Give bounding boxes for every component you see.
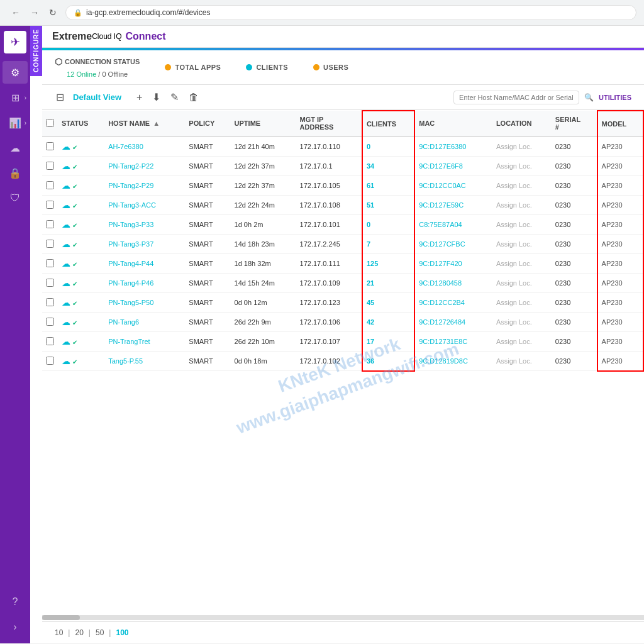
- hostname-cell[interactable]: PN-Tang3-ACC: [104, 196, 185, 215]
- download-button[interactable]: ⬇: [150, 90, 163, 104]
- row-checkbox-cell[interactable]: [42, 352, 58, 371]
- help-icon: ?: [13, 596, 18, 608]
- search-input[interactable]: [453, 91, 579, 104]
- row-checkbox[interactable]: [46, 162, 54, 170]
- row-checkbox[interactable]: [46, 337, 54, 345]
- row-checkbox[interactable]: [46, 181, 54, 189]
- row-checkbox[interactable]: [46, 240, 54, 248]
- hostname-cell[interactable]: PN-TrangTret: [104, 332, 185, 352]
- sidebar-logo[interactable]: ✈: [4, 31, 26, 53]
- row-checkbox[interactable]: [46, 220, 54, 228]
- hostname-link[interactable]: Tang5-P.55: [108, 357, 143, 365]
- back-button[interactable]: ←: [8, 6, 24, 19]
- row-checkbox-cell[interactable]: [42, 235, 58, 254]
- hostname-link[interactable]: PN-Tang2-P22: [108, 162, 153, 170]
- reload-button[interactable]: ↻: [45, 6, 60, 19]
- row-checkbox-cell[interactable]: [42, 274, 58, 293]
- filter-button[interactable]: ⊟: [55, 90, 65, 104]
- page-10[interactable]: 10: [55, 628, 63, 637]
- check-status-icon: ✔: [72, 300, 77, 307]
- model-header[interactable]: MODEL: [597, 111, 643, 136]
- hostname-cell[interactable]: PN-Tang2-P22: [104, 157, 185, 176]
- row-checkbox-cell[interactable]: [42, 157, 58, 176]
- sidebar-item-lock[interactable]: 🔒: [3, 162, 28, 184]
- uptime-cell: 0d 0h 12m: [231, 293, 296, 313]
- status-cell: ☁ ✔: [58, 215, 104, 235]
- sidebar-item-help[interactable]: ?: [3, 591, 28, 613]
- sidebar-item-shield[interactable]: 🛡: [3, 187, 28, 209]
- hostname-link[interactable]: PN-Tang3-P37: [108, 240, 153, 248]
- page-50[interactable]: 50: [96, 628, 104, 637]
- hostname-cell[interactable]: Tang5-P.55: [104, 352, 185, 371]
- serial-header[interactable]: SERIAL#: [552, 111, 597, 136]
- hostname-link[interactable]: PN-Tang3-ACC: [108, 201, 156, 209]
- row-checkbox[interactable]: [46, 318, 54, 326]
- hostname-cell[interactable]: PN-Tang5-P50: [104, 293, 185, 313]
- row-checkbox[interactable]: [46, 142, 54, 150]
- status-cell: ☁ ✔: [58, 313, 104, 332]
- add-button[interactable]: +: [134, 90, 145, 104]
- hostname-link[interactable]: PN-TrangTret: [108, 338, 150, 345]
- row-checkbox-cell[interactable]: [42, 136, 58, 157]
- policy-header[interactable]: POLICY: [185, 111, 230, 136]
- sidebar-item-configure[interactable]: ⚙: [3, 61, 28, 84]
- search-icon[interactable]: 🔍: [584, 93, 594, 102]
- edit-button[interactable]: ✎: [168, 90, 181, 104]
- hostname-cell[interactable]: PN-Tang3-P37: [104, 235, 185, 254]
- policy-cell: SMART: [185, 254, 230, 274]
- utilities-button[interactable]: UTILITIES: [599, 94, 631, 101]
- row-checkbox[interactable]: [46, 279, 54, 287]
- nav-buttons[interactable]: ← → ↻: [8, 6, 60, 19]
- scroll-thumb[interactable]: [42, 615, 80, 620]
- clients-header[interactable]: CLIENTS: [362, 111, 414, 136]
- scroll-hint[interactable]: [42, 615, 644, 620]
- row-checkbox[interactable]: [46, 259, 54, 267]
- row-checkbox-cell[interactable]: [42, 176, 58, 196]
- mac-header[interactable]: MAC: [414, 111, 492, 136]
- mac-cell: 9C:D127F420: [414, 254, 492, 274]
- hostname-cell[interactable]: PN-Tang2-P29: [104, 176, 185, 196]
- hostname-cell[interactable]: AH-7e6380: [104, 136, 185, 157]
- select-all-checkbox[interactable]: [46, 119, 54, 127]
- hostname-cell[interactable]: PN-Tang4-P44: [104, 254, 185, 274]
- hostname-link[interactable]: PN-Tang4-P44: [108, 260, 153, 267]
- status-cell: ☁ ✔: [58, 235, 104, 254]
- row-checkbox-cell[interactable]: [42, 215, 58, 235]
- page-100[interactable]: 100: [116, 628, 128, 637]
- hostname-link[interactable]: PN-Tang5-P50: [108, 299, 153, 306]
- row-checkbox-cell[interactable]: [42, 196, 58, 215]
- hostname-cell[interactable]: PN-Tang3-P33: [104, 215, 185, 235]
- select-all-header[interactable]: [42, 111, 58, 136]
- row-checkbox[interactable]: [46, 298, 54, 306]
- row-checkbox-cell[interactable]: [42, 313, 58, 332]
- row-checkbox[interactable]: [46, 201, 54, 209]
- hostname-cell[interactable]: PN-Tang6: [104, 313, 185, 332]
- forward-button[interactable]: →: [26, 6, 43, 19]
- serial-cell: 0230: [552, 176, 597, 196]
- hostname-link[interactable]: AH-7e6380: [108, 143, 143, 150]
- row-checkbox[interactable]: [46, 357, 54, 365]
- row-checkbox-cell[interactable]: [42, 293, 58, 313]
- mgt-ip-header[interactable]: MGT IPADDRESS: [296, 111, 362, 136]
- sidebar-item-cloud[interactable]: ☁: [3, 136, 28, 159]
- hostname-header[interactable]: HOST NAME ▲: [104, 111, 185, 136]
- status-header[interactable]: STATUS: [58, 111, 104, 136]
- delete-button[interactable]: 🗑: [186, 90, 201, 104]
- location-header[interactable]: LOCATION: [492, 111, 552, 136]
- sidebar-item-chart[interactable]: 📊 ›: [3, 111, 28, 134]
- hostname-link[interactable]: PN-Tang4-P46: [108, 279, 153, 287]
- uptime-cell: 14d 18h 23m: [231, 235, 296, 254]
- hostname-link[interactable]: PN-Tang6: [108, 318, 139, 326]
- table-row: ☁ ✔PN-Tang2-P22SMART12d 22h 37m172.17.0.…: [42, 157, 643, 176]
- address-bar[interactable]: 🔒 ia-gcp.extremecloudiq.com/#/devices: [65, 5, 636, 20]
- clients-cell: 36: [362, 352, 414, 371]
- row-checkbox-cell[interactable]: [42, 332, 58, 352]
- hostname-link[interactable]: PN-Tang3-P33: [108, 221, 153, 228]
- uptime-header[interactable]: UPTIME: [231, 111, 296, 136]
- page-20[interactable]: 20: [75, 628, 83, 637]
- sidebar-item-puzzle[interactable]: ⊞ ›: [3, 86, 28, 109]
- sidebar-item-expand[interactable]: ›: [3, 616, 28, 638]
- row-checkbox-cell[interactable]: [42, 254, 58, 274]
- hostname-link[interactable]: PN-Tang2-P29: [108, 182, 153, 189]
- hostname-cell[interactable]: PN-Tang4-P46: [104, 274, 185, 293]
